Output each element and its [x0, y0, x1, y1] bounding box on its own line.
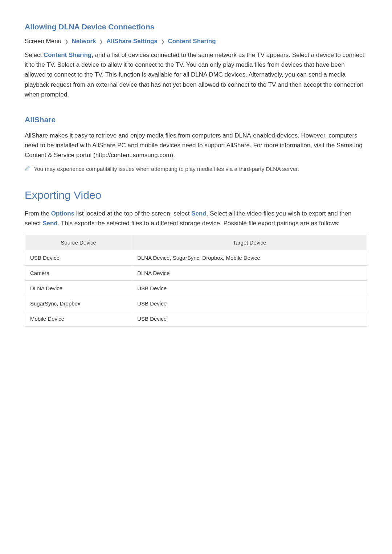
text-b: list located at the top of the screen, s… — [74, 210, 191, 217]
cell-target: USB Device — [132, 296, 367, 311]
note-text: You may experience compatibility issues … — [34, 165, 299, 173]
text-after: , and a list of devices connected to the… — [25, 52, 364, 98]
table-row: SugarSync, Dropbox USB Device — [25, 296, 367, 311]
note-row: You may experience compatibility issues … — [25, 165, 367, 173]
table-row: Camera DLNA Device — [25, 266, 367, 281]
heading-dlna: Allowing DLNA Device Connections — [25, 22, 367, 31]
cell-source: DLNA Device — [25, 281, 132, 296]
breadcrumb: Screen Menu ❯ Network ❯ AllShare Setting… — [25, 38, 367, 45]
heading-allshare: AllShare — [25, 115, 367, 124]
table-header-row: Source Device Target Device — [25, 235, 367, 250]
table-row: Mobile Device USB Device — [25, 311, 367, 327]
chevron-right-icon: ❯ — [99, 39, 103, 44]
section-allshare: AllShare AllShare makes it easy to retri… — [25, 115, 367, 173]
cell-target: USB Device — [132, 311, 367, 327]
allshare-paragraph: AllShare makes it easy to retrieve and e… — [25, 131, 367, 160]
export-pairings-table: Source Device Target Device USB Device D… — [25, 235, 367, 327]
dlna-paragraph: Select Content Sharing, and a list of de… — [25, 50, 367, 99]
breadcrumb-prefix: Screen Menu — [25, 38, 61, 45]
cell-source: SugarSync, Dropbox — [25, 296, 132, 311]
export-paragraph: From the Options list located at the top… — [25, 209, 367, 228]
chevron-right-icon: ❯ — [65, 39, 69, 44]
cell-target: DLNA Device, SugarSync, Dropbox, Mobile … — [132, 250, 367, 266]
breadcrumb-content-sharing[interactable]: Content Sharing — [168, 38, 216, 45]
table-row: DLNA Device USB Device — [25, 281, 367, 296]
cell-target: USB Device — [132, 281, 367, 296]
breadcrumb-network[interactable]: Network — [72, 38, 96, 45]
link-content-sharing[interactable]: Content Sharing — [44, 52, 91, 58]
pencil-icon — [25, 165, 30, 172]
table-row: USB Device DLNA Device, SugarSync, Dropb… — [25, 250, 367, 266]
link-send-1[interactable]: Send — [191, 210, 207, 217]
chevron-right-icon: ❯ — [161, 39, 165, 44]
breadcrumb-allshare-settings[interactable]: AllShare Settings — [106, 38, 158, 45]
text-d: . This exports the selected files to a d… — [58, 220, 340, 227]
section-exporting-video: Exporting Video From the Options list lo… — [25, 189, 367, 327]
heading-exporting-video: Exporting Video — [25, 189, 367, 201]
cell-source: Mobile Device — [25, 311, 132, 327]
text-before: Select — [25, 52, 44, 58]
link-options[interactable]: Options — [51, 210, 74, 217]
section-dlna: Allowing DLNA Device Connections Screen … — [25, 22, 367, 99]
cell-source: Camera — [25, 266, 132, 281]
link-send-2[interactable]: Send — [42, 220, 58, 227]
th-source: Source Device — [25, 235, 132, 250]
text-a: From the — [25, 210, 51, 217]
cell-source: USB Device — [25, 250, 132, 266]
th-target: Target Device — [132, 235, 367, 250]
cell-target: DLNA Device — [132, 266, 367, 281]
